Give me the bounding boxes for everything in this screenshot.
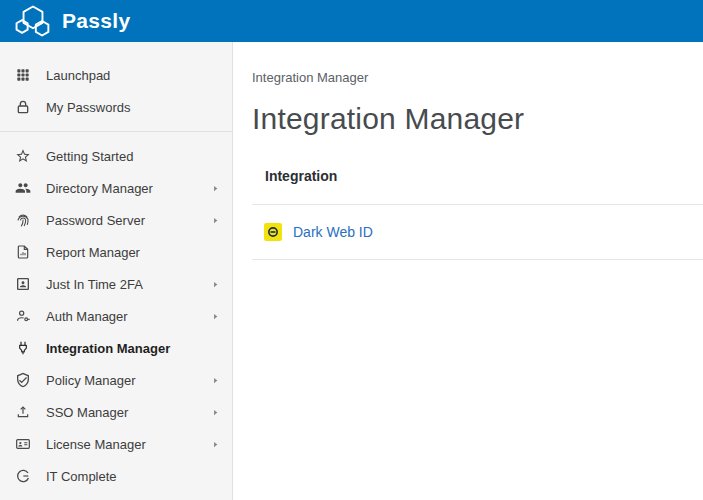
chevron-right-icon <box>211 408 220 417</box>
sidebar-item-just-in-time-2fa[interactable]: Just In Time 2FA <box>0 268 232 300</box>
star-icon <box>14 148 31 165</box>
breadcrumb[interactable]: Integration Manager <box>252 70 368 85</box>
sidebar-item-launchpad[interactable]: Launchpad <box>0 59 232 91</box>
sidebar-item-sso-manager[interactable]: SSO Manager <box>0 396 232 428</box>
fingerprint-icon <box>14 212 31 229</box>
main-content: Integration Manager Integration Manager … <box>233 42 703 500</box>
sidebar-item-it-complete[interactable]: IT Complete <box>0 460 232 492</box>
passly-logo[interactable]: Passly <box>13 4 130 38</box>
person-key-icon <box>14 308 31 325</box>
apps-grid-icon <box>14 67 31 84</box>
sidebar-item-getting-started[interactable]: Getting Started <box>0 140 232 172</box>
app-header: Passly <box>0 0 703 42</box>
page-title: Integration Manager <box>252 102 703 136</box>
sidebar-item-password-server[interactable]: Password Server <box>0 204 232 236</box>
sidebar-item-label: Just In Time 2FA <box>38 277 211 292</box>
portrait-badge-icon <box>14 276 31 293</box>
sidebar-item-label: Report Manager <box>38 245 220 260</box>
sidebar: Launchpad My Passwords Getting Started D… <box>0 42 233 500</box>
sidebar-item-auth-manager[interactable]: Auth Manager <box>0 300 232 332</box>
app-title: Passly <box>62 9 130 33</box>
sidebar-item-label: My Passwords <box>38 100 220 115</box>
sidebar-item-license-manager[interactable]: License Manager <box>0 428 232 460</box>
sidebar-item-label: IT Complete <box>38 469 220 484</box>
sidebar-item-label: Directory Manager <box>38 181 211 196</box>
shield-check-icon <box>14 372 31 389</box>
table-row[interactable]: Dark Web ID <box>252 204 703 260</box>
chevron-right-icon <box>211 312 220 321</box>
sidebar-item-label: License Manager <box>38 437 211 452</box>
dark-web-id-icon <box>264 223 282 241</box>
sidebar-item-label: Getting Started <box>38 149 220 164</box>
table-column-header: Integration <box>252 136 703 204</box>
chevron-right-icon <box>211 376 220 385</box>
lock-icon <box>14 99 31 116</box>
upload-icon <box>14 404 31 421</box>
sidebar-item-my-passwords[interactable]: My Passwords <box>0 91 232 123</box>
page-layout: Launchpad My Passwords Getting Started D… <box>0 42 703 500</box>
chevron-right-icon <box>211 216 220 225</box>
sidebar-item-label: Password Server <box>38 213 211 228</box>
sidebar-item-policy-manager[interactable]: Policy Manager <box>0 364 232 396</box>
dark-web-id-link[interactable]: Dark Web ID <box>293 224 373 240</box>
chevron-right-icon <box>211 184 220 193</box>
sidebar-item-integration-manager[interactable]: Integration Manager <box>0 332 232 364</box>
sidebar-item-directory-manager[interactable]: Directory Manager <box>0 172 232 204</box>
report-document-icon <box>14 244 31 261</box>
integrations-table: Integration Dark Web ID <box>252 136 703 260</box>
plug-icon <box>14 340 31 357</box>
sidebar-item-label: Policy Manager <box>38 373 211 388</box>
sidebar-item-label: Integration Manager <box>38 341 220 356</box>
sidebar-item-label: Launchpad <box>38 68 220 83</box>
chevron-right-icon <box>211 440 220 449</box>
chevron-right-icon <box>211 280 220 289</box>
passly-cloud-icon <box>13 4 53 38</box>
sidebar-divider <box>0 131 232 132</box>
sidebar-item-report-manager[interactable]: Report Manager <box>0 236 232 268</box>
it-complete-icon <box>14 468 31 485</box>
people-icon <box>14 180 31 197</box>
id-card-icon <box>14 436 31 453</box>
sidebar-item-label: Auth Manager <box>38 309 211 324</box>
sidebar-item-label: SSO Manager <box>38 405 211 420</box>
